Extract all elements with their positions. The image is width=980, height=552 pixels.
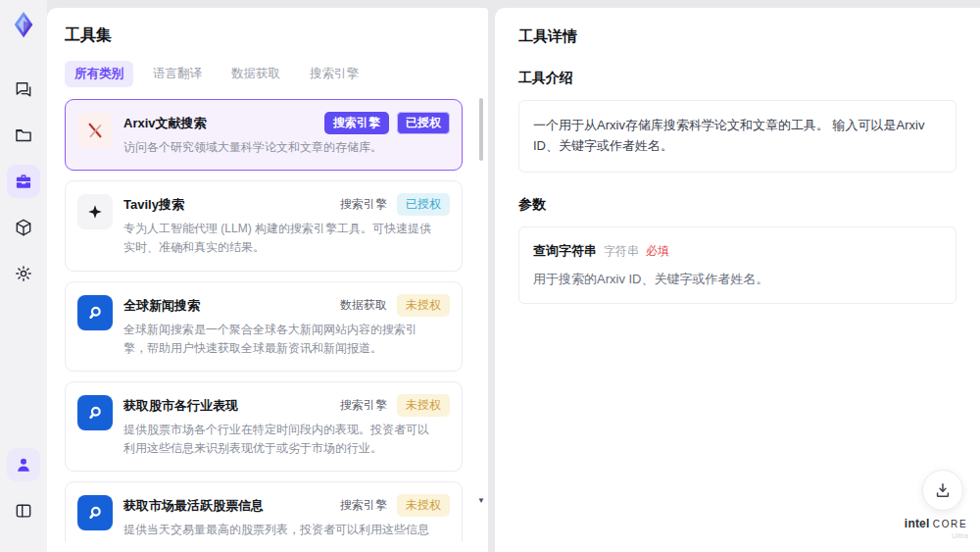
panel-toggle-icon[interactable] — [7, 494, 40, 527]
download-icon — [933, 480, 953, 500]
tool-badges: 搜索引擎 未授权 — [338, 494, 450, 517]
user-icon[interactable] — [7, 448, 40, 481]
tab-category-3[interactable]: 搜索引擎 — [300, 61, 368, 87]
ultra-wordmark: Ultra — [904, 531, 968, 540]
app-logo-icon[interactable] — [9, 10, 38, 39]
tool-badges: 搜索引擎 已授权 — [324, 112, 450, 134]
tool-card[interactable]: 全球新闻搜索 全球新闻搜索是一个聚合全球各大新闻网站内容的搜索引擎，帮助用户快速… — [65, 281, 463, 372]
tool-category-badge: 数据获取 — [338, 294, 389, 317]
tool-auth-badge: 未授权 — [397, 294, 450, 317]
left-rail — [0, 0, 47, 552]
tool-badges: 搜索引擎 未授权 — [338, 394, 450, 417]
blue-search-icon — [77, 495, 113, 530]
chat-icon[interactable] — [7, 73, 40, 106]
tool-description: 访问各个研究领域大量科学论文和文章的存储库。 — [123, 138, 437, 157]
tool-category-badge: 搜索引擎 — [338, 394, 389, 417]
tool-auth-badge: 未授权 — [397, 494, 450, 517]
category-tabs: 所有类别语言翻译数据获取搜索引擎 — [65, 61, 472, 87]
tool-description: 提供股票市场各个行业在特定时间段内的表现。投资者可以利用这些信息来识别表现优于或… — [123, 421, 437, 458]
tool-badges: 搜索引擎 已授权 — [338, 193, 450, 216]
params-heading: 参数 — [518, 196, 956, 214]
tool-category-badge: 搜索引擎 — [324, 112, 389, 134]
tool-auth-badge: 未授权 — [397, 394, 450, 417]
tools-panel: 工具集 所有类别语言翻译数据获取搜索引擎 Arxiv文献搜索 访问各个研究领域大… — [47, 8, 488, 552]
tab-all-categories[interactable]: 所有类别 — [65, 61, 133, 87]
intro-text: 一个用于从Arxiv存储库搜索科学论文和文章的工具。 输入可以是Arxiv ID… — [533, 116, 942, 157]
settings-icon[interactable] — [7, 257, 40, 290]
param-required-badge: 必填 — [646, 243, 669, 260]
tool-description: 专为人工智能代理 (LLM) 构建的搜索引擎工具。可快速提供实时、准确和真实的结… — [123, 220, 437, 257]
param-name: 查询字符串 — [533, 242, 597, 260]
detail-title: 工具详情 — [518, 27, 956, 46]
tool-category-badge: 搜索引擎 — [338, 494, 389, 517]
intel-wordmark: intel — [905, 517, 930, 530]
tool-detail-panel: 工具详情 工具介绍 一个用于从Arxiv存储库搜索科学论文和文章的工具。 输入可… — [495, 8, 980, 552]
tool-description: 全球新闻搜索是一个聚合全球各大新闻网站内容的搜索引擎，帮助用户快速获取全球最新资… — [123, 321, 437, 358]
toolbox-icon[interactable] — [7, 165, 40, 198]
sparkle-icon — [77, 194, 113, 229]
download-button[interactable] — [922, 470, 963, 511]
page-title: 工具集 — [65, 25, 472, 46]
cube-icon[interactable] — [7, 211, 40, 244]
intro-box: 一个用于从Arxiv存储库搜索科学论文和文章的工具。 输入可以是Arxiv ID… — [518, 100, 956, 173]
folder-icon[interactable] — [7, 119, 40, 152]
tool-auth-badge: 已授权 — [397, 193, 450, 216]
arxiv-icon — [77, 113, 113, 148]
tool-card[interactable]: 获取市场最活跃股票信息 提供当天交易量最高的股票列表，投资者可以利用这些信息来识… — [65, 481, 463, 542]
intro-heading: 工具介绍 — [518, 70, 956, 87]
tool-auth-badge: 已授权 — [397, 112, 450, 134]
tool-category-badge: 搜索引擎 — [338, 193, 389, 216]
tool-card[interactable]: Tavily搜索 专为人工智能代理 (LLM) 构建的搜索引擎工具。可快速提供实… — [65, 180, 463, 271]
blue-search-icon — [77, 295, 113, 330]
core-wordmark: CORE — [933, 519, 967, 529]
scroll-down-icon[interactable]: ▼ — [477, 497, 485, 505]
list-scrollbar[interactable] — [479, 98, 483, 161]
param-description: 用于搜索的Arxiv ID、关键字或作者姓名。 — [533, 271, 942, 288]
tab-category-1[interactable]: 语言翻译 — [143, 61, 212, 87]
tool-card[interactable]: Arxiv文献搜索 访问各个研究领域大量科学论文和文章的存储库。 搜索引擎 已授… — [65, 99, 463, 171]
param-type: 字符串 — [604, 243, 639, 260]
intel-core-logo: intel CORE Ultra — [904, 517, 968, 540]
tool-card[interactable]: 获取股市各行业表现 提供股票市场各个行业在特定时间段内的表现。投资者可以利用这些… — [65, 381, 463, 472]
tab-category-2[interactable]: 数据获取 — [221, 61, 290, 87]
tool-badges: 数据获取 未授权 — [338, 294, 450, 317]
blue-search-icon — [77, 395, 113, 430]
param-box: 查询字符串 字符串 必填 用于搜索的Arxiv ID、关键字或作者姓名。 — [518, 226, 956, 304]
tool-description: 提供当天交易量最高的股票列表，投资者可以利用这些信息来识别流动性强的股票和潜在的… — [123, 521, 437, 542]
tool-list: Arxiv文献搜索 访问各个研究领域大量科学论文和文章的存储库。 搜索引擎 已授… — [65, 99, 472, 542]
